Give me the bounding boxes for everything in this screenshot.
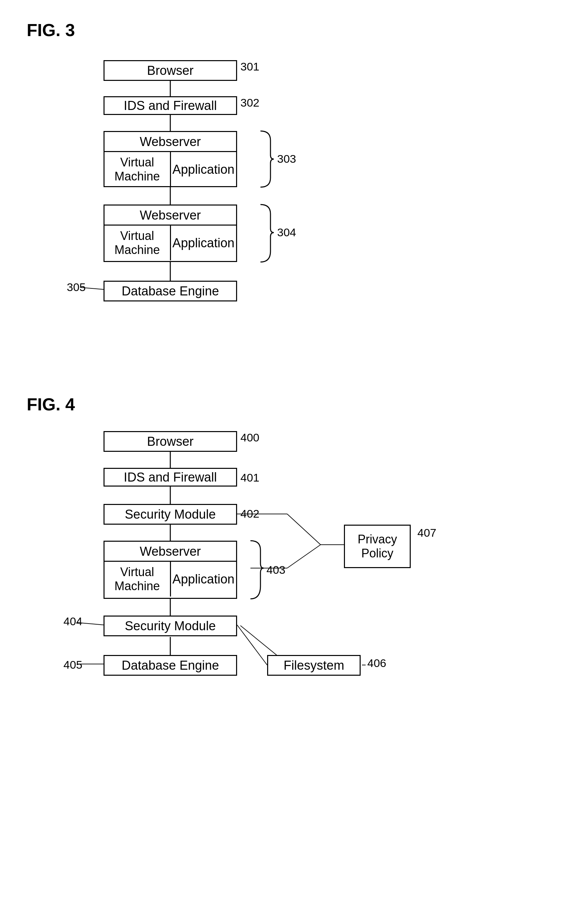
fig3-webserver1-outer: Webserver Virtual Machine Application (103, 131, 237, 187)
fig4-filesystem-box: Filesystem (267, 655, 361, 676)
fig3-ids-firewall-box: IDS and Firewall (103, 96, 237, 115)
fig4-ids-firewall-box: IDS and Firewall (103, 468, 237, 486)
fig4-ref407: 407 (417, 526, 437, 539)
fig4-ref400: 400 (240, 431, 259, 444)
fig3-ref304: 304 (277, 226, 296, 239)
fig3-vm1: Virtual Machine (105, 152, 171, 187)
fig4-label: FIG. 4 (27, 394, 542, 415)
fig3-ref301: 301 (240, 60, 259, 73)
fig4-browser-box: Browser (103, 431, 237, 452)
fig3-label: FIG. 3 (27, 20, 542, 40)
fig3-ref302: 302 (240, 96, 259, 109)
fig4-webserver-outer: Webserver Virtual Machine Application (103, 541, 237, 599)
fig4-security-module1-box: Security Module (103, 504, 237, 525)
fig3-app1: Application (171, 152, 236, 187)
fig3-ref305: 305 (67, 281, 86, 294)
fig3-vm2: Virtual Machine (105, 226, 171, 260)
fig3-diagram: Browser IDS and Firewall Webserver Virtu… (53, 53, 542, 354)
fig4-diagram: Browser IDS and Firewall Security Module… (53, 428, 542, 795)
fig4-privacy-policy-box: Privacy Policy (344, 525, 411, 568)
fig4-db-engine-box: Database Engine (103, 655, 237, 676)
fig3-ref303: 303 (277, 152, 296, 165)
fig4-ref405: 405 (64, 658, 82, 671)
svg-line-12 (287, 514, 321, 545)
fig3-app2: Application (171, 226, 236, 260)
fig4-app: Application (171, 562, 236, 596)
fig3-browser-box: Browser (103, 60, 237, 81)
fig3-db-engine-box: Database Engine (103, 281, 237, 302)
fig3-webserver2-outer: Webserver Virtual Machine Application (103, 204, 237, 262)
fig4-ref401: 401 (240, 471, 259, 484)
fig4-ref402: 402 (240, 507, 259, 520)
fig4-security-module2-box: Security Module (103, 616, 237, 636)
svg-line-13 (287, 545, 321, 568)
svg-line-18 (237, 625, 267, 665)
fig4-ref403: 403 (266, 563, 286, 576)
fig4-ref404: 404 (64, 615, 82, 628)
fig4-vm: Virtual Machine (105, 562, 171, 596)
fig4-ref406: 406 (367, 657, 386, 670)
